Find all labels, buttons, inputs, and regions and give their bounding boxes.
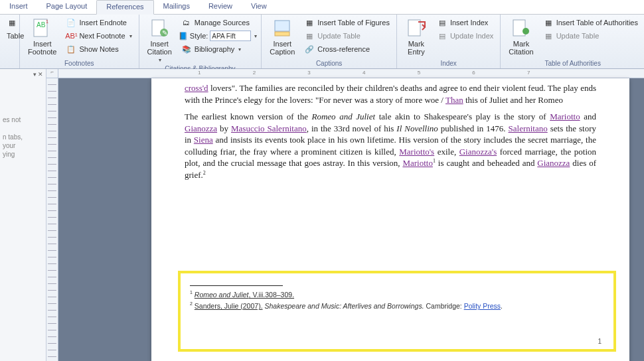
insert-endnote-button[interactable]: 📄Insert Endnote — [63, 16, 134, 29]
citation-style-row: 📘 Style: APA Fift▾ — [179, 29, 258, 42]
group-label-footnotes: Footnotes — [24, 59, 135, 68]
footnote-1[interactable]: 1 Romeo and Juliet, V.iii.308–309. — [190, 289, 604, 300]
footnote-highlight-box: 1 Romeo and Juliet, V.iii.308–309. 2 San… — [178, 271, 616, 352]
svg-rect-6 — [275, 21, 289, 31]
tab-insert[interactable]: Insert — [0, 0, 37, 14]
group-toa: Mark Citation ▦Insert Table of Authoriti… — [501, 15, 644, 68]
cross-ref-icon: 🔗 — [304, 44, 315, 54]
ribbon-tabs: Insert Page Layout References Mailings R… — [0, 0, 644, 15]
group-index: Mark Entry ▤Insert Index ▤Update Index I… — [397, 15, 501, 68]
bibliography-icon: 📚 — [181, 44, 192, 54]
update-toa-icon: ▦ — [543, 31, 554, 41]
style-label: Style: — [190, 32, 208, 40]
manage-sources-icon: 🗂 — [181, 17, 192, 28]
group-label-captions: Captions — [266, 59, 392, 68]
update-toa-button[interactable]: ▦Update Table — [540, 29, 641, 42]
update-table-button[interactable]: ▦Update Table — [301, 29, 392, 42]
group-citations: ✎ Insert Citation▾ 🗂Manage Sources 📘 Sty… — [139, 15, 262, 68]
insert-caption-button[interactable]: Insert Caption — [266, 16, 299, 57]
group-label-toa: Table of Authorities — [505, 59, 641, 68]
update-table-icon: ▦ — [304, 31, 315, 41]
document-area[interactable]: ⌐ 1 2 3 4 5 6 7 cross'd lovers". The fam… — [46, 69, 644, 361]
next-footnote-icon: AB¹ — [66, 31, 76, 41]
mark-entry-button[interactable]: Mark Entry — [401, 16, 432, 57]
svg-point-10 — [523, 28, 529, 35]
chevron-down-icon[interactable]: ▾ — [254, 33, 257, 39]
chevron-down-icon: ▾ — [238, 46, 241, 52]
insert-citation-button[interactable]: ✎ Insert Citation▾ — [143, 16, 176, 64]
paragraph-2[interactable]: The earliest known version of the Romeo … — [185, 111, 596, 180]
endnote-icon: 📄 — [66, 17, 76, 28]
bibliography-button[interactable]: 📚Bibliography▾ — [179, 42, 258, 56]
insert-index-icon: ▤ — [437, 17, 447, 28]
group-footnotes: AB1 Insert Footnote 📄Insert Endnote AB¹N… — [20, 15, 139, 68]
cross-reference-button[interactable]: 🔗Cross-reference — [301, 42, 392, 56]
svg-text:1: 1 — [46, 19, 48, 24]
nav-close-icon[interactable]: ✕ — [38, 71, 43, 78]
style-icon: 📘 — [179, 32, 188, 40]
nav-dropdown-icon[interactable]: ▾ — [33, 71, 37, 78]
style-combo[interactable]: APA Fift — [210, 31, 251, 41]
document-page[interactable]: cross'd lovers". The families are reconc… — [151, 78, 629, 361]
table-icon: ▦ — [7, 17, 17, 28]
update-index-icon: ▤ — [437, 31, 447, 41]
chevron-down-icon: ▾ — [159, 57, 161, 63]
manage-sources-button[interactable]: 🗂Manage Sources — [179, 16, 258, 29]
svg-rect-7 — [275, 32, 289, 36]
nav-text-fragment: es not n tabs, your ying — [3, 115, 43, 159]
insert-footnote-button[interactable]: AB1 Insert Footnote — [24, 16, 60, 57]
group-captions: Insert Caption ▦Insert Table of Figures … — [262, 15, 397, 68]
insert-table-figures-button[interactable]: ▦Insert Table of Figures — [301, 16, 392, 29]
tab-page-layout[interactable]: Page Layout — [37, 0, 97, 14]
svg-text:AB: AB — [37, 21, 46, 29]
chevron-down-icon: ▾ — [129, 33, 132, 39]
page-number: 1 — [598, 338, 602, 345]
paragraph-1[interactable]: cross'd lovers". The families are reconc… — [185, 82, 596, 106]
tab-mailings[interactable]: Mailings — [154, 0, 199, 14]
horizontal-ruler[interactable]: 1 2 3 4 5 6 7 — [58, 69, 644, 78]
footnote-separator — [190, 285, 283, 286]
group-toc-partial: ▦ Table — [0, 15, 20, 68]
ruler-corner: ⌐ — [46, 69, 58, 78]
ribbon: ▦ Table AB1 Insert Footnote 📄Insert Endn… — [0, 15, 644, 69]
next-footnote-button[interactable]: AB¹Next Footnote▾ — [63, 29, 134, 42]
show-notes-button[interactable]: 📋Show Notes — [63, 42, 134, 56]
document-body[interactable]: cross'd lovers". The families are reconc… — [185, 78, 596, 180]
tab-view[interactable]: View — [242, 0, 276, 14]
footnote-2[interactable]: 2 Sanders, Julie (2007). Shakespeare and… — [190, 300, 604, 311]
table-figures-icon: ▦ — [304, 17, 315, 28]
workspace: ▾ ✕ es not n tabs, your ying ⌐ 1 2 3 4 5… — [0, 69, 644, 361]
mark-citation-button[interactable]: Mark Citation — [505, 16, 537, 57]
vertical-ruler[interactable] — [46, 78, 58, 361]
svg-rect-9 — [513, 20, 525, 36]
insert-index-button[interactable]: ▤Insert Index — [434, 16, 496, 29]
citation-icon: ✎ — [149, 17, 170, 38]
insert-toa-icon: ▦ — [543, 17, 554, 28]
insert-toa-button[interactable]: ▦Insert Table of Authorities — [540, 16, 641, 29]
navigation-pane: ▾ ✕ es not n tabs, your ying — [0, 69, 46, 361]
mark-citation-icon — [511, 17, 532, 38]
svg-text:✎: ✎ — [162, 29, 167, 36]
update-index-button[interactable]: ▤Update Index — [434, 29, 496, 42]
tab-references[interactable]: References — [96, 0, 153, 15]
show-notes-icon: 📋 — [66, 44, 76, 54]
mark-entry-icon — [406, 17, 427, 38]
footnote-icon: AB1 — [32, 17, 53, 38]
caption-icon — [272, 17, 293, 38]
group-label-toc — [4, 66, 15, 68]
group-label-index: Index — [401, 59, 496, 68]
tab-review[interactable]: Review — [199, 0, 242, 14]
